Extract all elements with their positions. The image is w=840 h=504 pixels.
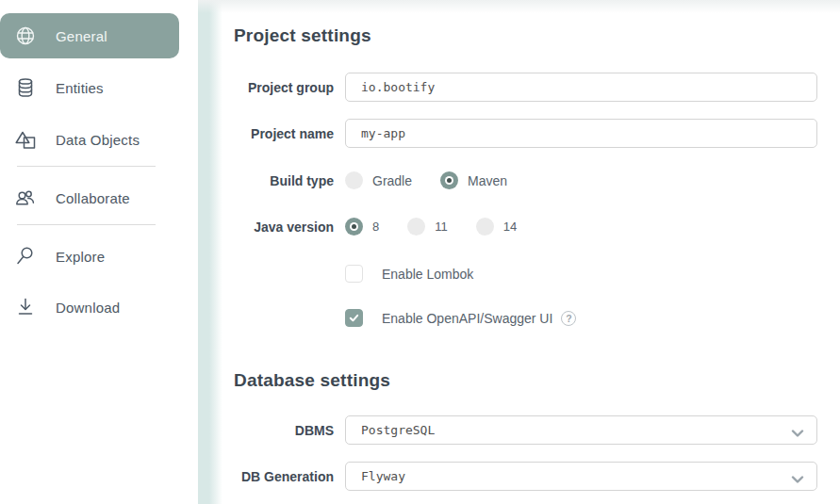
database-icon [14, 76, 37, 99]
sidebar-item-label: Data Objects [56, 132, 140, 148]
content-accent-strip [198, 0, 222, 504]
project-settings-heading: Project settings [234, 25, 371, 46]
chevron-down-icon [791, 427, 804, 441]
radio-java-8-label[interactable]: 8 [372, 219, 379, 234]
project-name-label: Project name [234, 126, 334, 141]
project-group-label: Project group [234, 80, 334, 95]
radio-java-11[interactable] [407, 218, 425, 236]
sidebar-item-label: Download [56, 300, 120, 316]
radio-gradle[interactable] [345, 171, 363, 189]
enable-lombok-label[interactable]: Enable Lombok [382, 267, 473, 282]
sidebar-item-label: General [56, 28, 107, 44]
magnifier-icon [14, 245, 37, 268]
radio-java-14[interactable] [476, 218, 494, 236]
top-shadow-fade [198, 0, 840, 13]
help-icon[interactable]: ? [561, 311, 576, 326]
sidebar-divider [17, 166, 156, 167]
build-type-radio-group: Gradle Maven [345, 171, 507, 189]
enable-lombok-row: Enable Lombok [345, 265, 473, 283]
download-icon [14, 296, 37, 318]
radio-java-11-label[interactable]: 11 [435, 219, 448, 234]
bootify-app-window: General Entities Data Objects [0, 0, 840, 504]
radio-gradle-label[interactable]: Gradle [372, 173, 412, 188]
sidebar-item-entities[interactable]: Entities [0, 69, 179, 106]
dbms-select[interactable]: PostgreSQL [345, 415, 817, 445]
radio-java-14-label[interactable]: 14 [503, 219, 517, 234]
shapes-icon [14, 128, 37, 151]
project-group-input[interactable] [345, 73, 817, 102]
sidebar-item-general[interactable]: General [0, 13, 179, 58]
enable-openapi-checkbox[interactable] [345, 309, 363, 327]
sidebar-item-explore[interactable]: Explore [0, 237, 179, 275]
database-settings-heading: Database settings [234, 370, 390, 391]
sidebar-divider [17, 224, 156, 225]
sidebar-item-download[interactable]: Download [0, 288, 179, 326]
sidebar-item-label: Collaborate [56, 190, 130, 206]
radio-maven[interactable] [440, 171, 458, 189]
checkmark-icon [349, 313, 359, 323]
enable-lombok-checkbox[interactable] [345, 265, 363, 283]
dbms-selected-value: PostgreSQL [361, 423, 435, 437]
globe-icon [14, 24, 37, 47]
radio-maven-label[interactable]: Maven [468, 173, 507, 188]
people-icon [14, 187, 37, 209]
sidebar-item-label: Explore [56, 249, 105, 265]
enable-openapi-label[interactable]: Enable OpenAPI/Swagger UI [382, 311, 552, 326]
sidebar-item-label: Entities [56, 80, 104, 96]
java-version-radio-group: 8 11 14 [345, 218, 517, 236]
db-generation-select[interactable]: Flyway [345, 462, 817, 491]
chevron-down-icon [791, 473, 804, 487]
radio-java-8[interactable] [345, 218, 363, 236]
java-version-label: Java version [234, 219, 334, 235]
sidebar: General Entities Data Objects [0, 0, 198, 504]
sidebar-item-collaborate[interactable]: Collaborate [0, 179, 179, 217]
sidebar-item-data-objects[interactable]: Data Objects [0, 121, 179, 158]
project-name-input[interactable] [345, 119, 817, 148]
enable-openapi-row: Enable OpenAPI/Swagger UI ? [345, 309, 576, 327]
dbms-label: DBMS [234, 423, 334, 438]
build-type-label: Build type [234, 173, 334, 188]
db-generation-label: DB Generation [234, 469, 334, 484]
db-generation-selected-value: Flyway [361, 469, 405, 483]
